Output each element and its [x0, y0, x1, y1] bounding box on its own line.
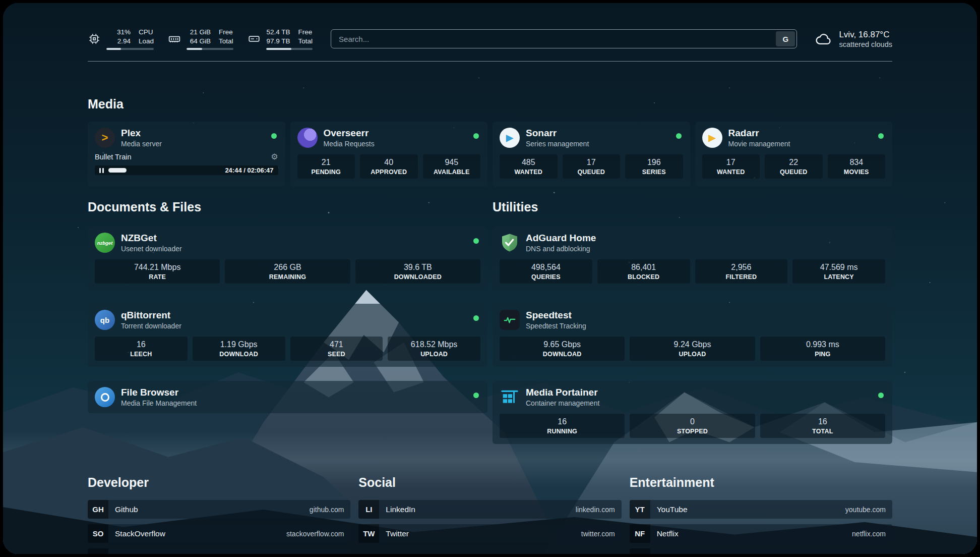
bookmark-name: YouTube [650, 505, 688, 514]
service-subtitle: Container management [526, 399, 599, 407]
stat-box: 40 APPROVED [360, 154, 418, 179]
bookmark-name: StackOverflow [108, 529, 165, 538]
bookmark-abbr: GH [88, 500, 108, 519]
stat-box: 16 TOTAL [760, 414, 885, 438]
memory-progress-fill [187, 48, 202, 50]
bookmark-twitter[interactable]: TW Twitter twitter.com [358, 524, 621, 543]
bookmark-group-title: Social [358, 475, 621, 490]
stat-label: UPLOAD [390, 351, 478, 358]
service-name: qBittorrent [121, 310, 181, 321]
pause-icon[interactable] [99, 168, 104, 173]
stat-value: 1.19 Gbps [195, 340, 283, 349]
bookmark-stackoverflow[interactable]: SO StackOverflow stackoverflow.com [88, 524, 350, 543]
cpu-icon [88, 32, 101, 45]
bookmark-name: LinkedIn [379, 505, 415, 514]
search-input[interactable] [333, 35, 776, 43]
service-card-speedtest[interactable]: Speedtest Speedtest Tracking 9.65 Gbps D… [493, 304, 892, 367]
bookmarks-section: Developer GH Github github.com SO StackO… [88, 475, 892, 554]
memory-total-label: Total [219, 37, 233, 46]
bookmark-youtube[interactable]: YT YouTube youtube.com [630, 500, 892, 519]
stat-box: 834 MOVIES [828, 154, 886, 179]
stat-label: DOWNLOAD [502, 351, 623, 358]
service-card-adguard[interactable]: AdGuard Home DNS and adblocking 498,564 … [493, 227, 892, 290]
search-provider-button[interactable]: G [776, 31, 795, 46]
bookmark-domain: github.com [310, 506, 350, 514]
cpu-load-value: 2.94 [117, 37, 131, 46]
service-name: Sonarr [526, 128, 589, 139]
service-subtitle: Media Requests [324, 140, 375, 148]
gear-icon[interactable]: ⚙ [271, 153, 278, 161]
service-card-radarr[interactable]: ▶ Radarr Movie management 17 WANTED 22 Q… [695, 122, 893, 187]
radarr-icon: ▶ [702, 128, 722, 148]
bookmark-netflix[interactable]: NF Netflix netflix.com [630, 524, 892, 543]
service-name: Overseerr [324, 128, 375, 139]
service-card-plex[interactable]: > Plex Media server Bullet Train ⚙ [88, 122, 285, 187]
section-title-documents: Documents & Files [88, 200, 487, 214]
stat-box: 485 WANTED [500, 154, 558, 179]
bookmark-linkedin[interactable]: LI LinkedIn linkedin.com [358, 500, 621, 519]
bookmark-dev[interactable]: DT DEV dev.to [88, 548, 350, 554]
stat-label: TOTAL [762, 428, 883, 435]
bookmark-domain: dev.to [325, 554, 350, 554]
stat-value: 2,956 [697, 263, 786, 272]
stat-label: APPROVED [362, 169, 416, 176]
service-card-nzbget[interactable]: nzbget NZBGet Usenet downloader 744.21 M… [88, 227, 487, 290]
stat-value: 498,564 [502, 263, 590, 272]
stat-box: 86,401 BLOCKED [597, 259, 690, 284]
stat-label: RUNNING [502, 428, 623, 435]
weather-widget: Lviv, 16.87°C scattered clouds [815, 30, 892, 48]
stat-box: 22 QUEUED [765, 154, 823, 179]
service-card-sonarr[interactable]: ▶ Sonarr Series management 485 WANTED 17… [493, 122, 690, 187]
qbittorrent-icon: qb [95, 310, 115, 330]
service-card-portainer[interactable]: Media Portainer Container management 16 … [493, 381, 892, 444]
stat-label: QUERIES [502, 273, 590, 281]
bookmark-group-title: Entertainment [630, 475, 892, 490]
service-card-overseerr[interactable]: Overseerr Media Requests 21 PENDING 40 A… [290, 122, 488, 187]
stat-label: SERIES [627, 169, 681, 176]
bookmark-github[interactable]: GH Github github.com [88, 500, 350, 519]
cpu-label: CPU [139, 28, 154, 37]
stat-box: 0.993 ms PING [760, 337, 885, 361]
dashboard-content: 31% 2.94 CPU Load [3, 3, 977, 554]
stat-box: 498,564 QUERIES [500, 259, 592, 284]
stat-label: QUEUED [565, 169, 619, 176]
status-dot [473, 393, 479, 398]
service-subtitle: Speedtest Tracking [526, 322, 586, 330]
disk-free-label: Free [298, 28, 313, 37]
bookmark-domain: linkedin.com [576, 506, 622, 514]
stat-label: PING [762, 351, 883, 358]
memory-widget: 21 GiB 64 GiB Free Total [168, 28, 233, 50]
bookmark-name: Github [108, 505, 138, 514]
service-subtitle: Movie management [728, 140, 790, 148]
topbar: 31% 2.94 CPU Load [88, 25, 892, 52]
stat-box: 945 AVAILABLE [423, 154, 481, 179]
stat-value: 9.65 Gbps [502, 340, 623, 349]
bookmark-reddit[interactable]: RE Reddit reddit.com [630, 548, 892, 554]
cpu-progress-bar [106, 48, 154, 50]
service-name: Plex [121, 128, 162, 139]
disk-progress-bar [266, 48, 313, 50]
playback-progress-bar: 24:44 / 02:06:47 [95, 165, 278, 175]
stat-box: 2,956 FILTERED [695, 259, 788, 284]
stat-label: AVAILABLE [425, 169, 479, 176]
section-title-utilities: Utilities [493, 200, 892, 214]
memory-icon [168, 32, 181, 45]
service-card-filebrowser[interactable]: File Browser Media File Management [88, 381, 487, 413]
stat-label: UPLOAD [632, 351, 753, 358]
cpu-usage-value: 31% [117, 28, 131, 37]
service-card-qbittorrent[interactable]: qb qBittorrent Torrent downloader 16 LEE… [88, 304, 487, 367]
bookmark-name: Reddit [650, 553, 680, 554]
plex-icon: > [95, 128, 115, 148]
resource-widgets: 31% 2.94 CPU Load [88, 28, 313, 50]
dashboard-screen: 31% 2.94 CPU Load [3, 3, 977, 554]
nzbget-icon: nzbget [95, 233, 115, 253]
stat-value: 744.21 Mbps [97, 263, 218, 272]
stat-box: 47.569 ms LATENCY [792, 259, 885, 284]
service-subtitle: Media server [121, 140, 162, 148]
bookmark-name: Twitter [379, 529, 409, 538]
stat-value: 196 [627, 158, 681, 167]
status-dot [473, 238, 479, 244]
stat-box: 618.52 Mbps UPLOAD [388, 337, 480, 361]
weather-location: Lviv, 16.87°C [839, 30, 892, 40]
bookmark-domain: reddit.com [853, 554, 892, 554]
